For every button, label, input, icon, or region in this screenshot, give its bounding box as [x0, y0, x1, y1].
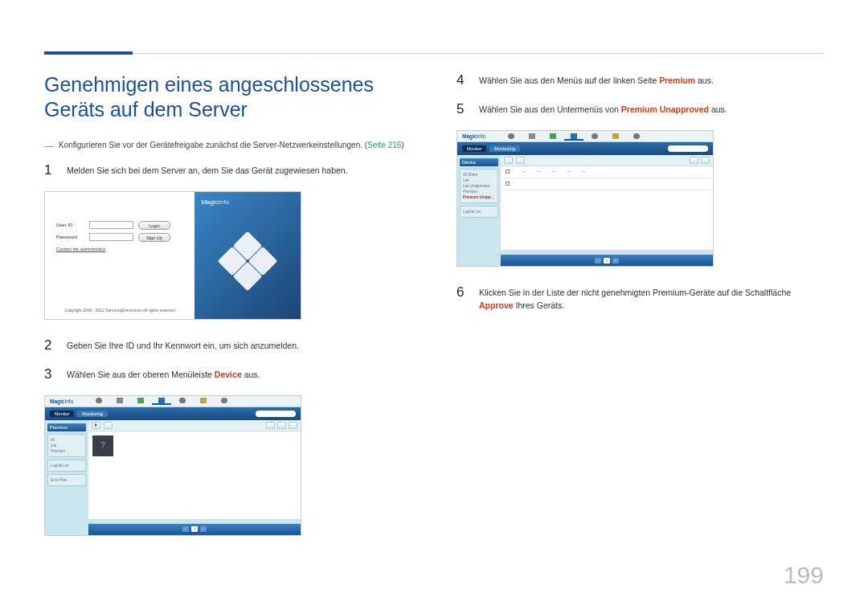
unapproved-screenshot: MagicInfo Monitor Monitoring	[457, 130, 714, 267]
page-heading: Genehmigen eines angeschlossenes Geräts …	[44, 72, 418, 123]
toolbar-button[interactable]	[277, 422, 286, 429]
step-4: 4 Wählen Sie aus den Menüs auf der linke…	[457, 72, 824, 88]
step-6: 6 Klicken Sie in der Liste der nicht gen…	[457, 284, 824, 313]
step-5-text: Wählen Sie aus den Untermenüs von Premiu…	[479, 101, 727, 117]
side-item[interactable]: All	[51, 437, 83, 443]
pager-prev[interactable]: ‹	[595, 258, 601, 264]
pager: ‹ 1 ›	[501, 255, 713, 266]
page-number: 199	[784, 562, 824, 589]
top-rule	[44, 53, 824, 54]
step-6-num: 6	[457, 284, 468, 313]
login-copyright: Copyright 2009 - 2012 SamsungElectronics…	[56, 308, 183, 313]
side-item[interactable]: Error Prev.	[51, 477, 83, 483]
side-item[interactable]: All Share	[463, 172, 495, 178]
step-6-pre: Klicken Sie in der Liste der nicht geneh…	[479, 288, 791, 297]
toolbar-button[interactable]	[504, 157, 513, 164]
step-3-pre: Wählen Sie aus der oberen Menüleiste	[67, 370, 215, 379]
device-screenshot: MagicInfo Monitor Monitoring	[44, 395, 301, 536]
pager-1[interactable]: 1	[191, 526, 198, 532]
step-2-text: Geben Sie Ihre ID und Ihr Kennwort ein, …	[67, 337, 299, 353]
step-1-text: Melden Sie sich bei dem Server an, dem S…	[67, 162, 348, 178]
signup-button[interactable]: Sign Up	[138, 233, 170, 242]
side-head-premium: Premium	[47, 423, 86, 431]
step-5-num: 5	[457, 101, 468, 117]
step-1-num: 1	[44, 162, 55, 178]
toolbar-button[interactable]	[516, 157, 525, 164]
device-tab[interactable]	[152, 397, 171, 405]
side-item[interactable]: Lite Unapproved	[463, 183, 495, 189]
note-text: Konfigurieren Sie vor der Gerätefreigabe…	[59, 141, 367, 149]
subtab-monitor[interactable]: Monitor	[50, 411, 74, 417]
note-dash: ―	[44, 141, 54, 151]
note-text-wrap: Konfigurieren Sie vor der Gerätefreigabe…	[59, 141, 404, 149]
contact-admin-link[interactable]: Contact the administrator	[56, 247, 183, 251]
step-3-text: Wählen Sie aus der oberen Menüleiste Dev…	[67, 366, 260, 382]
note-text-after: )	[401, 141, 403, 149]
top-rule-accent	[44, 51, 133, 55]
step-1: 1 Melden Sie sich bei dem Server an, dem…	[44, 162, 418, 178]
step-3-bold: Device	[215, 370, 242, 379]
step-6-bold: Approve	[479, 300, 514, 310]
step-4-post: aus.	[695, 76, 714, 85]
login-userid-input[interactable]	[89, 221, 133, 229]
login-password-input[interactable]	[89, 233, 133, 241]
unknown-icon: ?	[100, 441, 105, 450]
subtab-monitoring[interactable]: Monitoring	[489, 145, 520, 152]
step-4-num: 4	[457, 72, 468, 88]
magicinfo-logo: MagicInfo	[201, 198, 229, 206]
select-all-checkbox[interactable]	[506, 170, 510, 174]
brand-right: Info	[219, 198, 229, 206]
pager-next[interactable]: ›	[612, 258, 619, 264]
app-logo: MagicInfo	[462, 133, 485, 139]
config-note: ― Konfigurieren Sie vor der Gerätefreiga…	[44, 141, 418, 151]
side-item[interactable]: Logical List	[51, 463, 83, 468]
step-3-post: aus.	[242, 370, 260, 379]
side-item[interactable]: Premium	[463, 189, 495, 194]
table-row[interactable]: ····	[501, 178, 713, 190]
side-item[interactable]: Premium	[51, 448, 83, 454]
step-2: 2 Geben Sie Ihre ID und Ihr Kennwort ein…	[44, 337, 418, 353]
pager-1[interactable]: 1	[604, 258, 610, 264]
pager-prev[interactable]: ‹	[182, 526, 189, 532]
device-tile[interactable]: ?	[92, 435, 113, 456]
top-nav	[502, 133, 646, 141]
step-2-num: 2	[44, 337, 55, 353]
subtab-monitoring[interactable]: Monitoring	[77, 411, 108, 417]
search-input[interactable]	[256, 411, 296, 417]
toolbar-button[interactable]	[701, 157, 710, 164]
pager: ‹ 1 ›	[88, 524, 301, 535]
toolbar-button[interactable]	[289, 422, 297, 429]
login-screenshot: User ID Login Password Sign Up Contact t…	[44, 191, 301, 320]
step-4-pre: Wählen Sie aus den Menüs auf der linken …	[479, 76, 659, 85]
side-item[interactable]: Logical List	[463, 209, 495, 215]
login-button[interactable]: Login	[138, 221, 170, 230]
app-logo: MagicInfo	[50, 398, 73, 404]
step-4-bold: Premium	[659, 76, 695, 85]
row-checkbox[interactable]	[506, 182, 510, 186]
step-5-post: aus.	[709, 104, 727, 114]
side-head-device: Device	[460, 158, 498, 166]
toolbar-button[interactable]	[690, 157, 698, 164]
step-3-num: 3	[44, 366, 55, 382]
play-button[interactable]	[92, 422, 100, 429]
side-item[interactable]: Lite	[463, 178, 495, 183]
side-item[interactable]: Lite	[51, 443, 83, 448]
side-item-premium-unapproved[interactable]: Premium Unapproved	[463, 194, 495, 200]
table-header-row: —————	[501, 166, 713, 178]
step-5-pre: Wählen Sie aus den Untermenüs von	[479, 104, 621, 114]
step-3: 3 Wählen Sie aus der oberen Menüleiste D…	[44, 366, 418, 382]
step-5-bold: Premium Unapproved	[621, 104, 709, 114]
note-link[interactable]: Seite 216	[367, 141, 401, 149]
step-5: 5 Wählen Sie aus den Untermenüs von Prem…	[457, 101, 824, 117]
pager-next[interactable]: ›	[200, 526, 207, 532]
device-tab[interactable]	[564, 133, 583, 141]
toolbar-button[interactable]	[104, 422, 113, 429]
top-nav	[89, 397, 234, 405]
step-6-post: Ihres Geräts.	[514, 300, 565, 310]
toolbar-button[interactable]	[266, 422, 275, 429]
step-4-text: Wählen Sie aus den Menüs auf der linken …	[479, 72, 714, 88]
search-input[interactable]	[668, 145, 708, 152]
subtab-monitor[interactable]: Monitor	[462, 145, 486, 152]
step-6-text: Klicken Sie in der Liste der nicht geneh…	[479, 284, 824, 313]
brand-left: Magic	[201, 198, 218, 206]
